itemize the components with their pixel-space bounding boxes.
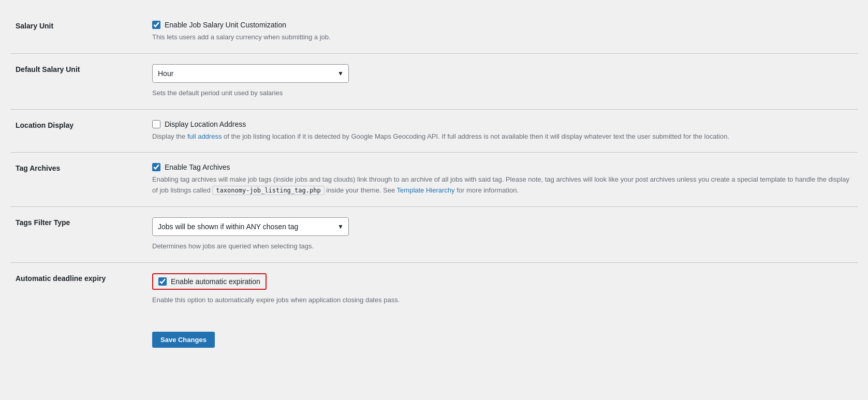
salary-unit-checkbox[interactable] bbox=[152, 21, 160, 29]
salary-unit-checkbox-label: Enable Job Salary Unit Customization bbox=[165, 21, 286, 29]
location-display-description: Display the full address of the job list… bbox=[152, 131, 852, 142]
save-row: Save Changes bbox=[10, 316, 858, 363]
automatic-expiration-checkbox[interactable] bbox=[158, 277, 167, 286]
salary-unit-row: Salary Unit Enable Job Salary Unit Custo… bbox=[10, 10, 858, 53]
automatic-deadline-description: Enable this option to automatically expi… bbox=[152, 295, 852, 306]
automatic-expiration-box: Enable automatic expiration bbox=[152, 273, 267, 290]
default-salary-description: Sets the default period unit used by sal… bbox=[152, 88, 852, 99]
tags-filter-type-row: Tags Filter Type Jobs will be shown if w… bbox=[10, 206, 858, 262]
tag-archives-description: Enabling tag archives will make job tags… bbox=[152, 174, 852, 196]
hour-select[interactable]: Hour Day Week Month Year bbox=[152, 64, 349, 83]
location-display-checkbox[interactable] bbox=[152, 120, 160, 128]
tag-archives-checkbox[interactable] bbox=[152, 163, 160, 171]
tag-archives-checkbox-row: Enable Tag Archives bbox=[152, 163, 852, 171]
taxonomy-code: taxonomy-job_listing_tag.php bbox=[212, 186, 324, 195]
automatic-expiration-label: Enable automatic expiration bbox=[171, 277, 260, 286]
default-salary-unit-label: Default Salary Unit bbox=[16, 64, 152, 73]
location-display-checkbox-row: Display Location Address bbox=[152, 120, 852, 128]
salary-unit-label: Salary Unit bbox=[16, 21, 152, 30]
automatic-deadline-label: Automatic deadline expiry bbox=[16, 273, 152, 283]
location-display-content: Display Location Address Display the ful… bbox=[152, 120, 852, 142]
automatic-deadline-row: Automatic deadline expiry Enable automat… bbox=[10, 262, 858, 316]
default-salary-unit-row: Default Salary Unit Hour Day Week Month … bbox=[10, 53, 858, 109]
tag-archives-checkbox-label: Enable Tag Archives bbox=[165, 163, 230, 171]
tags-filter-type-label: Tags Filter Type bbox=[16, 217, 152, 227]
settings-container: Salary Unit Enable Job Salary Unit Custo… bbox=[0, 0, 868, 374]
salary-unit-content: Enable Job Salary Unit Customization Thi… bbox=[152, 21, 852, 43]
location-display-row: Location Display Display Location Addres… bbox=[10, 109, 858, 153]
salary-unit-checkbox-row: Enable Job Salary Unit Customization bbox=[152, 21, 852, 29]
template-hierarchy-link[interactable]: Template Hierarchy bbox=[397, 186, 455, 194]
save-changes-button[interactable]: Save Changes bbox=[152, 332, 215, 348]
tags-select-wrapper: Jobs will be shown if within ANY chosen … bbox=[152, 217, 349, 236]
default-salary-unit-content: Hour Day Week Month Year ▼ Sets the defa… bbox=[152, 64, 852, 99]
location-display-label: Location Display bbox=[16, 120, 152, 129]
tags-filter-type-content: Jobs will be shown if within ANY chosen … bbox=[152, 217, 852, 252]
full-address-text: full address bbox=[187, 132, 222, 140]
salary-unit-description: This lets users add a salary currency wh… bbox=[152, 32, 852, 43]
tag-archives-label: Tag Archives bbox=[16, 163, 152, 172]
tag-archives-row: Tag Archives Enable Tag Archives Enablin… bbox=[10, 152, 858, 206]
automatic-deadline-content: Enable automatic expiration Enable this … bbox=[152, 273, 852, 306]
location-display-checkbox-label: Display Location Address bbox=[165, 120, 246, 128]
hour-select-wrapper: Hour Day Week Month Year ▼ bbox=[152, 64, 349, 83]
tag-archives-content: Enable Tag Archives Enabling tag archive… bbox=[152, 163, 852, 196]
tags-filter-description: Determines how jobs are queried when sel… bbox=[152, 241, 852, 252]
tags-filter-select[interactable]: Jobs will be shown if within ANY chosen … bbox=[152, 217, 349, 236]
